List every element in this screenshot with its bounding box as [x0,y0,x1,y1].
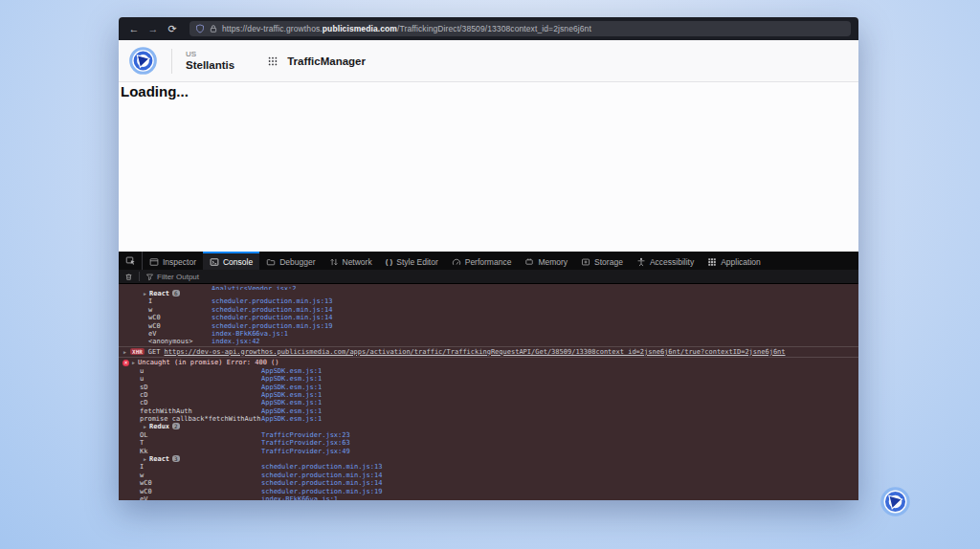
tab-label: Storage [594,257,623,267]
stack-function-name: w [140,472,144,479]
disclosure-triangle-icon[interactable]: ▶ [123,349,126,355]
source-link[interactable]: TrafficProvider.jsx:63 [261,439,350,447]
source-link[interactable]: AppSDK.esm.js:1 [261,391,322,399]
source-link[interactable]: scheduler.production.min.js:13 [261,463,382,471]
inspector-icon [149,257,159,267]
style-editor-icon: ( ) [386,257,393,267]
client-region-label: US [186,51,234,59]
stack-function-name: OL [140,431,147,439]
group-count-badge: 6 [172,290,180,296]
console-row-frame: sDAppSDK.esm.js:1 [119,384,858,391]
console-row-frame: OLTrafficProvider.jsx:23 [119,431,858,439]
console-filterbar: Filter Output [119,270,858,284]
group-name: React [149,290,169,297]
disclosure-triangle-icon[interactable]: ▶ [132,360,135,365]
devtools-tab-memory[interactable]: Memory [518,252,574,270]
console-row-group[interactable]: ▶Redux2 [119,423,858,430]
devtools-tab-console[interactable]: Console [203,252,259,270]
source-link[interactable]: AppSDK.esm.js:1 [261,399,322,406]
url-bar[interactable]: https://dev-traffic.growthos.publicismed… [189,21,851,36]
devtools-tab-debugger[interactable]: Debugger [259,252,322,270]
reload-icon[interactable]: ⟳ [165,17,180,40]
source-link[interactable]: index-BFkK66va.js:1 [261,495,338,500]
console-row-frame: uAppSDK.esm.js:1 [119,367,858,375]
client-name-label: Stellantis [186,59,234,72]
source-link[interactable]: index-BFkK66va.js:1 [212,330,288,338]
source-link[interactable]: index.jsx:42 [212,338,260,345]
source-link[interactable]: AppSDK.esm.js:1 [261,415,322,423]
pick-element-button[interactable] [119,252,143,270]
console-row-network[interactable]: ▶XHRGEThttps://dev-os-api.growthos.publi… [119,346,858,358]
tab-label: Accessibility [650,257,694,267]
application-icon [707,257,717,267]
console-row-frame: Ischeduler.production.min.js:13 [119,463,858,471]
source-link[interactable]: scheduler.production.min.js:19 [212,322,332,330]
xhr-badge: XHR [130,348,145,355]
shield-icon[interactable] [195,24,205,33]
source-link[interactable]: AppSDK.esm.js:1 [261,384,322,391]
tab-label: Debugger [279,257,315,267]
client-selector[interactable]: US Stellantis [186,51,234,71]
source-link[interactable]: TrafficProvider.jsx:49 [261,448,350,455]
network-icon [329,257,339,267]
filter-placeholder: Filter Output [157,273,199,281]
tab-label: Console [223,257,253,267]
performance-icon [452,257,461,267]
console-row-frame: fetchWithAuthAppSDK.esm.js:1 [119,407,858,415]
tab-label: Inspector [163,257,196,267]
source-link[interactable]: scheduler.production.min.js:19 [261,488,382,495]
back-icon[interactable]: ← [126,17,142,40]
growthos-logo-icon [128,46,158,76]
console-row-frame: uAppSDK.esm.js:1 [119,375,858,383]
source-link[interactable]: AppSDK.esm.js:1 [261,375,322,383]
stack-function-name: u [140,375,144,383]
devtools-tab-network[interactable]: Network [323,252,379,270]
console-row-frame: promise callback*fetchWithAuthAppSDK.esm… [119,415,858,423]
source-link[interactable]: scheduler.production.min.js:14 [261,472,382,479]
stack-function-name: cD [140,399,147,406]
disclosure-triangle-icon[interactable]: ▶ [144,424,146,429]
disclosure-triangle-icon[interactable]: ▶ [144,456,146,462]
stack-function-name: wC0 [148,314,161,321]
source-link[interactable]: AppSDK.esm.js:1 [261,367,322,375]
devtools-tab-style-editor[interactable]: ( )Style Editor [379,252,445,270]
app-title: TrafficManager [287,55,366,67]
devtools-tab-inspector[interactable]: Inspector [143,252,203,270]
source-link[interactable]: TrafficProvider.jsx:23 [261,431,350,439]
console-row-group[interactable]: ▶React3 [119,455,858,463]
disclosure-triangle-icon[interactable]: ▶ [144,291,146,296]
stack-function-name: Kk [140,448,147,455]
group-name: React [149,455,169,463]
stack-function-name: u [140,367,144,375]
tab-label: Style Editor [396,257,437,267]
devtools-tab-performance[interactable]: Performance [445,252,519,270]
devtools-tabbar: InspectorConsoleDebuggerNetwork( )Style … [119,252,858,270]
storage-icon [581,257,590,267]
console-row-frame: KkTrafficProvider.jsx:49 [119,448,858,455]
devtools-tab-application[interactable]: Application [701,252,768,270]
console-output[interactable]: AnalyticsVendor.jsx:2▶React6Ischeduler.p… [119,284,858,500]
console-row-frame: eVindex-BFkK66va.js:1 [119,495,858,500]
source-link[interactable]: scheduler.production.min.js:14 [212,314,332,321]
devtools-tab-accessibility[interactable]: Accessibility [630,252,701,270]
stack-function-name: promise callback*fetchWithAuth [140,415,260,423]
waffle-grid-icon[interactable] [267,55,278,67]
console-row-group[interactable]: ▶React6 [119,290,858,297]
devtools-tab-storage[interactable]: Storage [574,252,630,270]
console-row-frame: wC0scheduler.production.min.js:19 [119,488,858,495]
forward-icon[interactable]: → [145,17,161,40]
memory-icon [524,257,534,267]
loading-text: Loading... [119,82,858,99]
stack-function-name: wC0 [140,488,152,495]
trash-icon[interactable] [124,273,133,281]
filter-output-input[interactable]: Filter Output [145,273,199,281]
source-link[interactable]: scheduler.production.min.js:14 [212,306,332,314]
request-url-link[interactable]: https://dev-os-api.growthos.publicismedi… [165,348,786,356]
source-link[interactable]: scheduler.production.min.js:14 [261,479,382,487]
console-row-frame: cDAppSDK.esm.js:1 [119,391,858,399]
console-row-frame: Ischeduler.production.min.js:13 [119,297,858,305]
source-link[interactable]: scheduler.production.min.js:13 [212,297,332,305]
source-link[interactable]: AppSDK.esm.js:1 [261,407,322,415]
browser-toolbar: ← → ⟳ https://dev-traffic.growthos.publi… [119,17,858,40]
console-row-error[interactable]: ✕▶Uncaught (in promise) Error: 400 () [119,358,858,367]
